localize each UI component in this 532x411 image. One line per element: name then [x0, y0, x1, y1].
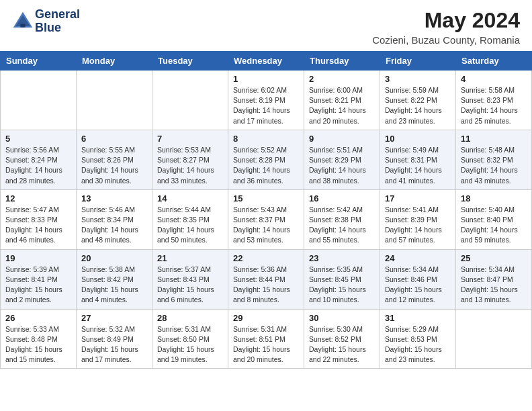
location-title: Cozieni, Buzau County, Romania — [372, 34, 520, 46]
calendar-cell: 13Sunrise: 5:46 AM Sunset: 8:34 PM Dayli… — [77, 189, 152, 249]
day-number: 14 — [157, 193, 223, 203]
day-number: 5 — [5, 134, 71, 144]
day-number: 4 — [461, 74, 527, 84]
day-info: Sunrise: 5:53 AM Sunset: 8:27 PM Dayligh… — [157, 145, 223, 186]
day-info: Sunrise: 5:36 AM Sunset: 8:44 PM Dayligh… — [233, 265, 299, 306]
calendar-cell: 12Sunrise: 5:47 AM Sunset: 8:33 PM Dayli… — [1, 189, 77, 249]
day-number: 19 — [5, 253, 71, 263]
calendar-cell: 28Sunrise: 5:31 AM Sunset: 8:50 PM Dayli… — [152, 309, 228, 369]
calendar-cell: 3Sunrise: 5:59 AM Sunset: 8:22 PM Daylig… — [380, 71, 456, 130]
day-info: Sunrise: 5:34 AM Sunset: 8:46 PM Dayligh… — [385, 265, 451, 306]
day-number: 9 — [309, 134, 375, 144]
day-info: Sunrise: 5:35 AM Sunset: 8:45 PM Dayligh… — [309, 265, 375, 306]
day-number: 20 — [81, 253, 147, 263]
calendar-cell — [152, 71, 228, 130]
calendar-cell: 23Sunrise: 5:35 AM Sunset: 8:45 PM Dayli… — [304, 249, 380, 309]
day-number: 29 — [233, 313, 299, 323]
day-number: 26 — [5, 313, 71, 323]
calendar-cell: 21Sunrise: 5:37 AM Sunset: 8:43 PM Dayli… — [152, 249, 228, 309]
day-info: Sunrise: 5:46 AM Sunset: 8:34 PM Dayligh… — [81, 205, 147, 246]
day-number: 1 — [233, 74, 299, 84]
day-number: 22 — [233, 253, 299, 263]
calendar-cell: 4Sunrise: 5:58 AM Sunset: 8:23 PM Daylig… — [456, 71, 532, 130]
day-number: 27 — [81, 313, 147, 323]
calendar-cell: 29Sunrise: 5:31 AM Sunset: 8:51 PM Dayli… — [228, 309, 304, 369]
day-info: Sunrise: 6:02 AM Sunset: 8:19 PM Dayligh… — [233, 85, 299, 126]
calendar-cell: 27Sunrise: 5:32 AM Sunset: 8:49 PM Dayli… — [77, 309, 152, 369]
day-info: Sunrise: 5:37 AM Sunset: 8:43 PM Dayligh… — [157, 265, 223, 306]
calendar-cell: 20Sunrise: 5:38 AM Sunset: 8:42 PM Dayli… — [77, 249, 152, 309]
calendar-cell: 9Sunrise: 5:51 AM Sunset: 8:29 PM Daylig… — [304, 130, 380, 189]
calendar-cell: 30Sunrise: 5:30 AM Sunset: 8:52 PM Dayli… — [304, 309, 380, 369]
day-info: Sunrise: 5:47 AM Sunset: 8:33 PM Dayligh… — [5, 205, 71, 246]
day-number: 13 — [81, 193, 147, 203]
calendar-cell: 5Sunrise: 5:56 AM Sunset: 8:24 PM Daylig… — [1, 130, 77, 189]
day-number: 18 — [461, 193, 527, 203]
calendar-cell: 7Sunrise: 5:53 AM Sunset: 8:27 PM Daylig… — [152, 130, 228, 189]
day-info: Sunrise: 5:41 AM Sunset: 8:39 PM Dayligh… — [385, 205, 451, 246]
calendar-week-5: 26Sunrise: 5:33 AM Sunset: 8:48 PM Dayli… — [1, 309, 532, 369]
month-title: May 2024 — [372, 8, 520, 33]
calendar-cell — [1, 71, 77, 130]
calendar-cell: 25Sunrise: 5:34 AM Sunset: 8:47 PM Dayli… — [456, 249, 532, 309]
day-number: 2 — [309, 74, 375, 84]
calendar-week-4: 19Sunrise: 5:39 AM Sunset: 8:41 PM Dayli… — [1, 249, 532, 309]
day-info: Sunrise: 5:32 AM Sunset: 8:49 PM Dayligh… — [81, 324, 147, 365]
calendar-cell: 11Sunrise: 5:48 AM Sunset: 8:32 PM Dayli… — [456, 130, 532, 189]
day-number: 30 — [309, 313, 375, 323]
day-number: 24 — [385, 253, 451, 263]
day-number: 8 — [233, 134, 299, 144]
col-header-wednesday: Wednesday — [228, 52, 304, 71]
day-info: Sunrise: 5:56 AM Sunset: 8:24 PM Dayligh… — [5, 145, 71, 186]
day-info: Sunrise: 5:51 AM Sunset: 8:29 PM Dayligh… — [309, 145, 375, 186]
svg-rect-2 — [20, 24, 25, 27]
day-number: 23 — [309, 253, 375, 263]
day-number: 11 — [461, 134, 527, 144]
day-info: Sunrise: 5:44 AM Sunset: 8:35 PM Dayligh… — [157, 205, 223, 246]
day-info: Sunrise: 5:59 AM Sunset: 8:22 PM Dayligh… — [385, 85, 451, 126]
day-info: Sunrise: 5:52 AM Sunset: 8:28 PM Dayligh… — [233, 145, 299, 186]
day-number: 28 — [157, 313, 223, 323]
day-number: 16 — [309, 193, 375, 203]
col-header-saturday: Saturday — [456, 52, 532, 71]
calendar-cell: 31Sunrise: 5:29 AM Sunset: 8:53 PM Dayli… — [380, 309, 456, 369]
day-info: Sunrise: 5:48 AM Sunset: 8:32 PM Dayligh… — [461, 145, 527, 186]
header: General Blue May 2024 Cozieni, Buzau Cou… — [0, 0, 532, 48]
day-number: 15 — [233, 193, 299, 203]
day-info: Sunrise: 5:30 AM Sunset: 8:52 PM Dayligh… — [309, 324, 375, 365]
day-info: Sunrise: 5:58 AM Sunset: 8:23 PM Dayligh… — [461, 85, 527, 126]
day-number: 6 — [81, 134, 147, 144]
day-info: Sunrise: 5:49 AM Sunset: 8:31 PM Dayligh… — [385, 145, 451, 186]
calendar-cell: 18Sunrise: 5:40 AM Sunset: 8:40 PM Dayli… — [456, 189, 532, 249]
day-number: 25 — [461, 253, 527, 263]
calendar-cell: 10Sunrise: 5:49 AM Sunset: 8:31 PM Dayli… — [380, 130, 456, 189]
col-header-thursday: Thursday — [304, 52, 380, 71]
calendar-cell: 1Sunrise: 6:02 AM Sunset: 8:19 PM Daylig… — [228, 71, 304, 130]
title-block: May 2024 Cozieni, Buzau County, Romania — [372, 8, 520, 46]
day-number: 3 — [385, 74, 451, 84]
calendar-cell: 15Sunrise: 5:43 AM Sunset: 8:37 PM Dayli… — [228, 189, 304, 249]
calendar-cell — [456, 309, 532, 369]
calendar-cell: 16Sunrise: 5:42 AM Sunset: 8:38 PM Dayli… — [304, 189, 380, 249]
day-info: Sunrise: 5:29 AM Sunset: 8:53 PM Dayligh… — [385, 324, 451, 365]
day-info: Sunrise: 5:34 AM Sunset: 8:47 PM Dayligh… — [461, 265, 527, 306]
calendar-week-3: 12Sunrise: 5:47 AM Sunset: 8:33 PM Dayli… — [1, 189, 532, 249]
col-header-sunday: Sunday — [1, 52, 77, 71]
calendar-cell: 24Sunrise: 5:34 AM Sunset: 8:46 PM Dayli… — [380, 249, 456, 309]
day-info: Sunrise: 5:40 AM Sunset: 8:40 PM Dayligh… — [461, 205, 527, 246]
calendar-cell: 17Sunrise: 5:41 AM Sunset: 8:39 PM Dayli… — [380, 189, 456, 249]
day-info: Sunrise: 5:43 AM Sunset: 8:37 PM Dayligh… — [233, 205, 299, 246]
day-info: Sunrise: 5:33 AM Sunset: 8:48 PM Dayligh… — [5, 324, 71, 365]
day-info: Sunrise: 5:42 AM Sunset: 8:38 PM Dayligh… — [309, 205, 375, 246]
logo-text: General Blue — [35, 8, 80, 35]
day-number: 10 — [385, 134, 451, 144]
calendar-week-2: 5Sunrise: 5:56 AM Sunset: 8:24 PM Daylig… — [1, 130, 532, 189]
day-info: Sunrise: 6:00 AM Sunset: 8:21 PM Dayligh… — [309, 85, 375, 126]
day-info: Sunrise: 5:31 AM Sunset: 8:51 PM Dayligh… — [233, 324, 299, 365]
calendar-cell: 8Sunrise: 5:52 AM Sunset: 8:28 PM Daylig… — [228, 130, 304, 189]
calendar-cell: 19Sunrise: 5:39 AM Sunset: 8:41 PM Dayli… — [1, 249, 77, 309]
calendar-cell: 26Sunrise: 5:33 AM Sunset: 8:48 PM Dayli… — [1, 309, 77, 369]
day-info: Sunrise: 5:31 AM Sunset: 8:50 PM Dayligh… — [157, 324, 223, 365]
calendar-cell: 22Sunrise: 5:36 AM Sunset: 8:44 PM Dayli… — [228, 249, 304, 309]
col-header-friday: Friday — [380, 52, 456, 71]
